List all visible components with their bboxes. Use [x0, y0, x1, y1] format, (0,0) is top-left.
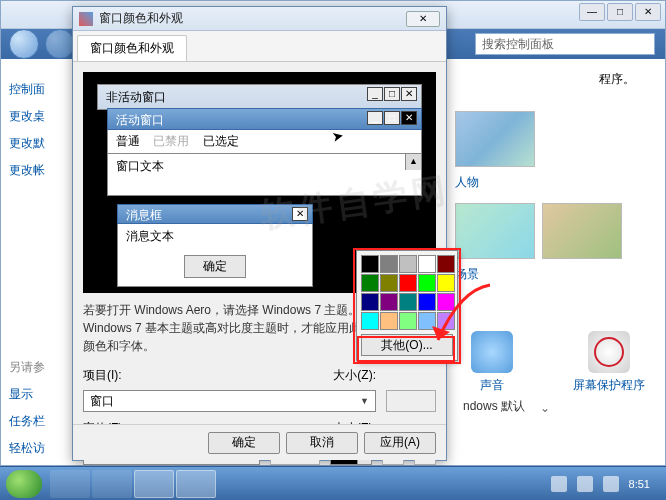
bg-minimize-button[interactable]: — [579, 3, 605, 21]
bg-sidebar: 控制面 更改桌 更改默 更改帐 另请参 显示 任务栏 轻松访 [1, 61, 69, 465]
side-link-b3[interactable]: 轻松访 [9, 440, 69, 457]
color-cell[interactable] [437, 255, 455, 273]
close-icon: ✕ [401, 87, 417, 101]
preview-window-text: 窗口文本 ▲ [107, 154, 422, 196]
theme-thumbnails: 人物 场景 [455, 111, 645, 295]
color-cell[interactable] [399, 255, 417, 273]
side-link-2[interactable]: 更改默 [9, 135, 69, 152]
size-label: 大小(Z): [320, 367, 376, 384]
dialog-icon [79, 12, 93, 26]
preview-msgbox-ok: 确定 [184, 255, 246, 278]
apply-button[interactable]: 应用(A) [364, 432, 436, 454]
tray-flag-icon[interactable] [551, 476, 567, 492]
item-select[interactable]: 窗口▼ [83, 390, 376, 412]
tray-clock[interactable]: 8:51 [629, 478, 650, 490]
color-cell[interactable] [361, 293, 379, 311]
color-cell[interactable] [380, 255, 398, 273]
chevron-down-icon[interactable]: ⌄ [540, 401, 550, 415]
side-link-0[interactable]: 控制面 [9, 81, 69, 98]
side-link-b2[interactable]: 任务栏 [9, 413, 69, 430]
scroll-up-icon: ▲ [405, 154, 421, 170]
taskbar-pin-explorer[interactable] [50, 470, 90, 498]
forward-orb-icon[interactable] [45, 29, 75, 59]
taskbar[interactable]: 8:51 [0, 466, 666, 500]
size-spinner[interactable] [386, 390, 436, 412]
color-cell[interactable] [380, 293, 398, 311]
theme-thumb[interactable] [455, 203, 535, 259]
dialog-close-button[interactable]: ✕ [406, 11, 440, 27]
side-link-b0: 另请参 [9, 359, 69, 376]
theme-thumb[interactable] [542, 203, 622, 259]
side-link-1[interactable]: 更改桌 [9, 108, 69, 125]
taskbar-pin-app[interactable] [92, 470, 132, 498]
color-cell[interactable] [399, 274, 417, 292]
item-label: 项目(I): [83, 367, 139, 384]
min-icon: _ [367, 87, 383, 101]
tab-color-appearance[interactable]: 窗口颜色和外观 [77, 35, 187, 61]
preview-msgbox-title: 消息框 ✕ [117, 204, 313, 224]
start-button[interactable] [6, 470, 42, 498]
color-cell[interactable] [361, 255, 379, 273]
max-icon: □ [384, 87, 400, 101]
bg-bottom-text: ndows 默认 [463, 398, 525, 415]
min-icon: _ [367, 111, 383, 125]
color-cell[interactable] [361, 312, 379, 330]
taskbar-active-dialog[interactable] [134, 470, 174, 498]
tabstrip: 窗口颜色和外观 [73, 31, 446, 62]
ok-button[interactable]: 确定 [208, 432, 280, 454]
tray-network-icon[interactable] [577, 476, 593, 492]
screensaver-icon [588, 331, 630, 373]
preview-active-titlebar: 活动窗口 _□✕ [107, 108, 422, 130]
color-cell[interactable] [399, 293, 417, 311]
annotation-arrow-icon [430, 280, 500, 363]
color-appearance-dialog: 窗口颜色和外观 ✕ 窗口颜色和外观 非活动窗口 _□✕ 活动窗口 _□✕ 普通 … [72, 6, 447, 461]
system-tray[interactable]: 8:51 [551, 476, 660, 492]
preview-menu: 普通 已禁用 已选定 [107, 130, 422, 154]
preview-msgbox-body: 消息文本 确定 [117, 224, 313, 287]
side-link-3[interactable]: 更改帐 [9, 162, 69, 179]
tray-volume-icon[interactable] [603, 476, 619, 492]
max-icon: □ [384, 111, 400, 125]
close-icon: ✕ [292, 207, 308, 221]
screensaver-link[interactable]: 屏幕保护程序 [573, 331, 645, 394]
thumb-label-0[interactable]: 人物 [455, 174, 645, 191]
cancel-button[interactable]: 取消 [286, 432, 358, 454]
search-input[interactable]: 搜索控制面板 [475, 33, 655, 55]
dialog-title: 窗口颜色和外观 [99, 10, 406, 27]
color-cell[interactable] [418, 255, 436, 273]
color-cell[interactable] [380, 312, 398, 330]
theme-thumb[interactable] [455, 111, 535, 167]
dialog-footer: 确定 取消 应用(A) [73, 424, 446, 460]
side-link-b1[interactable]: 显示 [9, 386, 69, 403]
color-cell[interactable] [361, 274, 379, 292]
taskbar-active-controlpanel[interactable] [176, 470, 216, 498]
preview-inactive-window: 非活动窗口 _□✕ [97, 84, 422, 110]
back-orb-icon[interactable] [9, 29, 39, 59]
dialog-titlebar[interactable]: 窗口颜色和外观 ✕ [73, 7, 446, 31]
bg-maximize-button[interactable]: □ [607, 3, 633, 21]
color-cell[interactable] [380, 274, 398, 292]
color-cell[interactable] [399, 312, 417, 330]
bg-close-button[interactable]: ✕ [635, 3, 661, 21]
close-icon: ✕ [401, 111, 417, 125]
chevron-down-icon: ▼ [360, 396, 369, 406]
